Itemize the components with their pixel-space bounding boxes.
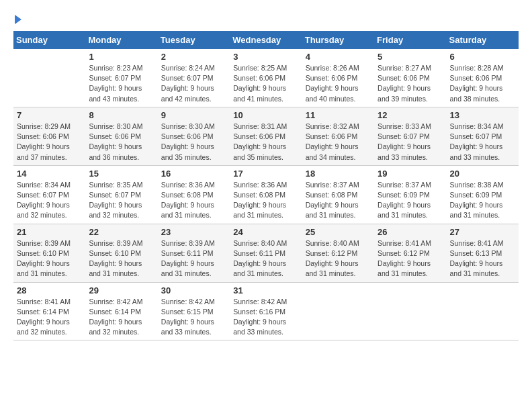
day-number: 15 [89,169,154,179]
calendar-cell: 5Sunrise: 8:27 AM Sunset: 6:06 PM Daylig… [374,49,446,107]
day-info: Sunrise: 8:37 AM Sunset: 6:08 PM Dayligh… [306,180,371,221]
calendar-cell: 6Sunrise: 8:28 AM Sunset: 6:06 PM Daylig… [447,49,519,107]
calendar-cell: 20Sunrise: 8:38 AM Sunset: 6:09 PM Dayli… [447,165,519,224]
day-number: 2 [161,52,226,62]
calendar-cell: 11Sunrise: 8:32 AM Sunset: 6:06 PM Dayli… [302,107,374,165]
day-number: 19 [378,169,443,179]
day-number: 17 [233,169,298,179]
calendar-cell: 21Sunrise: 8:39 AM Sunset: 6:10 PM Dayli… [13,224,85,282]
day-info: Sunrise: 8:32 AM Sunset: 6:06 PM Dayligh… [306,122,371,163]
day-info: Sunrise: 8:29 AM Sunset: 6:06 PM Dayligh… [17,122,82,163]
day-info: Sunrise: 8:30 AM Sunset: 6:06 PM Dayligh… [161,122,226,163]
calendar-cell: 28Sunrise: 8:41 AM Sunset: 6:14 PM Dayli… [13,282,85,340]
day-number: 23 [161,227,226,237]
calendar-cell: 23Sunrise: 8:39 AM Sunset: 6:11 PM Dayli… [158,224,230,282]
page-header [13,13,519,24]
day-number: 1 [89,52,154,62]
calendar-cell [447,282,519,340]
calendar-cell: 16Sunrise: 8:36 AM Sunset: 6:08 PM Dayli… [158,165,230,224]
day-number: 13 [450,110,515,120]
calendar-cell: 15Sunrise: 8:35 AM Sunset: 6:07 PM Dayli… [85,165,157,224]
weekday-header-thursday: Thursday [302,31,374,49]
day-info: Sunrise: 8:34 AM Sunset: 6:07 PM Dayligh… [17,180,82,221]
calendar-cell: 18Sunrise: 8:37 AM Sunset: 6:08 PM Dayli… [302,165,374,224]
weekday-header-row: SundayMondayTuesdayWednesdayThursdayFrid… [13,31,519,49]
day-info: Sunrise: 8:42 AM Sunset: 6:15 PM Dayligh… [161,297,226,338]
day-info: Sunrise: 8:41 AM Sunset: 6:13 PM Dayligh… [450,238,515,279]
day-info: Sunrise: 8:40 AM Sunset: 6:11 PM Dayligh… [233,238,298,279]
weekday-header-tuesday: Tuesday [158,31,230,49]
day-number: 7 [17,110,82,120]
calendar-cell: 7Sunrise: 8:29 AM Sunset: 6:06 PM Daylig… [13,107,85,165]
calendar-cell: 4Sunrise: 8:26 AM Sunset: 6:06 PM Daylig… [302,49,374,107]
day-info: Sunrise: 8:28 AM Sunset: 6:06 PM Dayligh… [450,63,515,104]
day-number: 12 [378,110,443,120]
calendar-cell: 8Sunrise: 8:30 AM Sunset: 6:06 PM Daylig… [85,107,157,165]
weekday-header-sunday: Sunday [13,31,85,49]
day-number: 10 [233,110,298,120]
calendar-cell: 25Sunrise: 8:40 AM Sunset: 6:12 PM Dayli… [302,224,374,282]
calendar-cell: 26Sunrise: 8:41 AM Sunset: 6:12 PM Dayli… [374,224,446,282]
calendar-cell: 1Sunrise: 8:23 AM Sunset: 6:07 PM Daylig… [85,49,157,107]
day-info: Sunrise: 8:40 AM Sunset: 6:12 PM Dayligh… [306,238,371,279]
calendar-week-row: 28Sunrise: 8:41 AM Sunset: 6:14 PM Dayli… [13,282,519,340]
calendar-cell [302,282,374,340]
day-info: Sunrise: 8:36 AM Sunset: 6:08 PM Dayligh… [233,180,298,221]
day-number: 3 [233,52,298,62]
calendar-cell: 22Sunrise: 8:39 AM Sunset: 6:10 PM Dayli… [85,224,157,282]
day-info: Sunrise: 8:35 AM Sunset: 6:07 PM Dayligh… [89,180,154,221]
day-info: Sunrise: 8:42 AM Sunset: 6:16 PM Dayligh… [233,297,298,338]
day-info: Sunrise: 8:36 AM Sunset: 6:08 PM Dayligh… [161,180,226,221]
day-number: 8 [89,110,154,120]
day-number: 18 [306,169,371,179]
day-number: 14 [17,169,82,179]
calendar-cell: 3Sunrise: 8:25 AM Sunset: 6:06 PM Daylig… [230,49,302,107]
day-info: Sunrise: 8:34 AM Sunset: 6:07 PM Dayligh… [450,122,515,163]
day-info: Sunrise: 8:42 AM Sunset: 6:14 PM Dayligh… [89,297,154,338]
weekday-header-wednesday: Wednesday [230,31,302,49]
day-number: 24 [233,227,298,237]
calendar-cell: 19Sunrise: 8:37 AM Sunset: 6:09 PM Dayli… [374,165,446,224]
day-info: Sunrise: 8:31 AM Sunset: 6:06 PM Dayligh… [233,122,298,163]
day-info: Sunrise: 8:39 AM Sunset: 6:10 PM Dayligh… [17,238,82,279]
day-number: 6 [450,52,515,62]
day-number: 21 [17,227,82,237]
weekday-header-saturday: Saturday [447,31,519,49]
day-info: Sunrise: 8:33 AM Sunset: 6:07 PM Dayligh… [378,122,443,163]
calendar-week-row: 7Sunrise: 8:29 AM Sunset: 6:06 PM Daylig… [13,107,519,165]
calendar-cell [13,49,85,107]
day-number: 16 [161,169,226,179]
calendar-cell: 2Sunrise: 8:24 AM Sunset: 6:07 PM Daylig… [158,49,230,107]
day-number: 22 [89,227,154,237]
day-number: 20 [450,169,515,179]
calendar-week-row: 1Sunrise: 8:23 AM Sunset: 6:07 PM Daylig… [13,49,519,107]
day-info: Sunrise: 8:27 AM Sunset: 6:06 PM Dayligh… [378,63,443,104]
logo [13,13,21,24]
day-number: 29 [89,285,154,295]
calendar-cell: 27Sunrise: 8:41 AM Sunset: 6:13 PM Dayli… [447,224,519,282]
calendar-cell: 9Sunrise: 8:30 AM Sunset: 6:06 PM Daylig… [158,107,230,165]
calendar-cell: 29Sunrise: 8:42 AM Sunset: 6:14 PM Dayli… [85,282,157,340]
weekday-header-friday: Friday [374,31,446,49]
calendar-cell: 31Sunrise: 8:42 AM Sunset: 6:16 PM Dayli… [230,282,302,340]
day-info: Sunrise: 8:38 AM Sunset: 6:09 PM Dayligh… [450,180,515,221]
calendar-cell: 24Sunrise: 8:40 AM Sunset: 6:11 PM Dayli… [230,224,302,282]
day-info: Sunrise: 8:39 AM Sunset: 6:11 PM Dayligh… [161,238,226,279]
day-info: Sunrise: 8:26 AM Sunset: 6:06 PM Dayligh… [306,63,371,104]
day-number: 31 [233,285,298,295]
day-number: 28 [17,285,82,295]
day-number: 9 [161,110,226,120]
day-number: 5 [378,52,443,62]
calendar-cell: 13Sunrise: 8:34 AM Sunset: 6:07 PM Dayli… [447,107,519,165]
day-number: 30 [161,285,226,295]
day-info: Sunrise: 8:41 AM Sunset: 6:14 PM Dayligh… [17,297,82,338]
weekday-header-monday: Monday [85,31,157,49]
day-number: 27 [450,227,515,237]
day-info: Sunrise: 8:41 AM Sunset: 6:12 PM Dayligh… [378,238,443,279]
day-info: Sunrise: 8:25 AM Sunset: 6:06 PM Dayligh… [233,63,298,104]
day-info: Sunrise: 8:24 AM Sunset: 6:07 PM Dayligh… [161,63,226,104]
day-info: Sunrise: 8:23 AM Sunset: 6:07 PM Dayligh… [89,63,154,104]
calendar-week-row: 14Sunrise: 8:34 AM Sunset: 6:07 PM Dayli… [13,165,519,224]
day-info: Sunrise: 8:39 AM Sunset: 6:10 PM Dayligh… [89,238,154,279]
calendar-cell: 14Sunrise: 8:34 AM Sunset: 6:07 PM Dayli… [13,165,85,224]
